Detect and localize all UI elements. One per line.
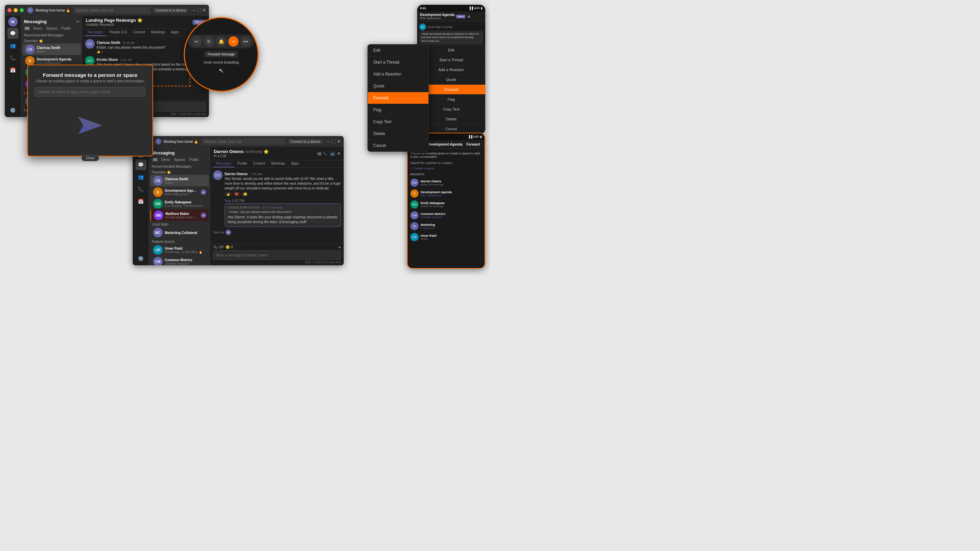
phone-status-icons-2: ▐▐ WiFi ▮: [468, 135, 482, 138]
forward-search-input[interactable]: [35, 87, 146, 97]
ctx-copy-text[interactable]: Copy Text: [368, 116, 428, 128]
settings-icon-2[interactable]: ⚙️: [135, 253, 146, 264]
phone-chat-sub: ENG deployment: [420, 17, 455, 20]
phone2-forward-button[interactable]: Forward: [465, 142, 482, 147]
screenshare-icon[interactable]: 📺: [329, 151, 336, 156]
filter-spaces[interactable]: Spaces: [45, 26, 59, 30]
recent-emily[interactable]: EN Emily Nakagawa Active 25 mins ago: [410, 199, 482, 210]
search-input[interactable]: [73, 7, 151, 14]
sidebar-item-clarissa[interactable]: CS Clarissa Smith Active: [22, 43, 81, 55]
search-input-2[interactable]: [202, 138, 285, 145]
recommended-messages-label[interactable]: Recommended Messages: [21, 32, 82, 38]
feature-launch-label-2[interactable]: Feature launch: [149, 238, 210, 244]
settings-nav-icon[interactable]: ⚙️: [8, 105, 18, 116]
sidebar-item-umar-2[interactable]: UP Umar Patel Presenting · At the office…: [150, 244, 209, 256]
sidebar-item-common-2[interactable]: CM Common Metrics Usability research: [150, 256, 209, 265]
sidebar-item-marketing-2[interactable]: MC Marketing Collateral: [150, 227, 209, 238]
filter-public-2[interactable]: Public: [188, 157, 200, 162]
ctx-quote[interactable]: Quote: [368, 80, 428, 92]
recent-darren[interactable]: DO Darren Owens Active 20 mins ago: [410, 177, 482, 188]
teams-nav-icon[interactable]: 👥: [8, 40, 18, 51]
maximize-button[interactable]: [20, 8, 24, 12]
chat-subtitle: Usability Research: [86, 23, 143, 27]
minimize-button[interactable]: [14, 8, 18, 12]
close-modal-button[interactable]: Close: [81, 155, 99, 161]
calendar-nav-icon[interactable]: 📅: [8, 65, 18, 76]
favorites-label[interactable]: Favorites ⭐: [21, 38, 82, 43]
mag-forward-btn[interactable]: ⇨: [228, 37, 239, 47]
ctx-add-reaction[interactable]: Add a Reaction: [368, 68, 428, 80]
message-input-2[interactable]: [213, 250, 341, 260]
ctx-flag[interactable]: Flag: [368, 104, 428, 116]
sidebar-item-matthew-2[interactable]: MB Matthew Baker Do Not Disturb until 16…: [150, 210, 209, 221]
mag-more-btn[interactable]: •••: [240, 37, 251, 47]
recent-marketing[interactable]: M Marketing Project 191: [410, 221, 482, 232]
video-call-icon[interactable]: 📹: [317, 151, 321, 156]
sidebar-item-dev-2[interactable]: D Development Agenda ENG Deployment ●: [150, 186, 209, 198]
chat-nav-icon[interactable]: 💬: [8, 28, 18, 39]
tab-people[interactable]: People (12): [107, 29, 130, 36]
ctx-start-thread[interactable]: Start a Thread: [368, 56, 428, 68]
mag-refresh-btn[interactable]: ↻: [204, 37, 214, 47]
calls-icon-2[interactable]: 📞: [135, 184, 146, 195]
ctx-delete[interactable]: Delete: [368, 128, 428, 140]
filter-direct-2[interactable]: Direct: [159, 157, 171, 162]
sidebar-item-clarissa-2[interactable]: CS Clarissa Smith Active: [150, 175, 209, 186]
phone-meet-button[interactable]: Meet: [456, 14, 466, 18]
tab-profile-2[interactable]: Profile: [235, 160, 250, 167]
favorites-label-2[interactable]: Favorites ⭐: [149, 169, 210, 175]
emoji-icon[interactable]: 😊: [226, 245, 230, 249]
tab-meetings[interactable]: Meetings: [148, 29, 168, 36]
chat-icon-2[interactable]: 💬: [135, 159, 146, 170]
mag-back-btn[interactable]: ↩: [192, 37, 202, 47]
connect-device-button-2[interactable]: Connect to a device: [288, 139, 323, 144]
user-avatar[interactable]: W: [8, 17, 18, 27]
create-space-option[interactable]: + Create a space: [410, 167, 482, 170]
calendar-icon-2[interactable]: 📅: [135, 196, 146, 207]
recommended-label-2[interactable]: Recommended Messages: [149, 163, 210, 169]
thumbs-up-reaction[interactable]: 👍: [224, 192, 232, 196]
filter-spaces-2[interactable]: Spaces: [172, 157, 186, 162]
audio-call-icon[interactable]: 📞: [323, 151, 328, 156]
recent-dev-agenda[interactable]: D Development Agenda ENG Deployment: [410, 188, 482, 199]
filter-direct[interactable]: Direct: [32, 26, 43, 30]
tab-apps-2[interactable]: Apps: [288, 160, 302, 167]
tab-messages-2[interactable]: Messages: [213, 160, 234, 167]
emoji-reaction[interactable]: 😊: [242, 192, 249, 196]
recent-umar[interactable]: UP Umar Patel Active: [410, 232, 482, 243]
close-button[interactable]: [8, 8, 11, 12]
teams-icon-2[interactable]: 👥: [135, 171, 146, 182]
attach-icon[interactable]: 📎: [213, 245, 217, 249]
tab-content-2[interactable]: Content: [250, 160, 268, 167]
phone-expand-icon[interactable]: ⊕: [468, 14, 470, 18]
ctx-cancel[interactable]: Cancel: [368, 140, 428, 151]
input-hint-2: Shift + Enter for a new line: [213, 260, 341, 264]
filter-all[interactable]: All: [24, 26, 30, 30]
tab-apps[interactable]: Apps: [169, 29, 182, 36]
phone-status-bar: 9:41 ▐▐ WiFi ▮: [417, 5, 485, 11]
sidebar-item-emily-2[interactable]: EN Emily Nakagawa In a meeting · Working…: [150, 198, 209, 210]
filter-all-2[interactable]: All: [152, 157, 158, 162]
calls-nav-icon[interactable]: 📞: [8, 52, 18, 63]
mag-bell-btn[interactable]: 🔔: [216, 37, 226, 47]
go-to-message-link[interactable]: Go to message: [262, 206, 283, 209]
more-options-icon[interactable]: ⊕: [337, 151, 340, 156]
gif-icon[interactable]: GIF: [218, 245, 224, 249]
new-chat-icon[interactable]: ✏: [76, 19, 80, 24]
phone2-content: Choose an existing space or create a spa…: [408, 149, 485, 268]
send-icon[interactable]: ➤: [338, 245, 341, 249]
tab-messages[interactable]: Messages: [85, 29, 106, 36]
kristin-msg-time: 8:21 AM: [121, 58, 132, 62]
filter-public[interactable]: Public: [60, 26, 72, 30]
dev-agenda-name: Development Agenda: [37, 57, 78, 61]
tab-meetings-2[interactable]: Meetings: [269, 160, 288, 167]
bold-icon[interactable]: B: [231, 245, 234, 249]
local-team-label-2[interactable]: Local team: [149, 221, 210, 227]
connect-device-button[interactable]: Connect to a device: [153, 8, 188, 13]
recent-common[interactable]: CM Common Metrics Usability research: [410, 210, 482, 221]
heart-reaction[interactable]: ❤️: [233, 192, 240, 196]
tab-content[interactable]: Content: [130, 29, 148, 36]
ctx-forward[interactable]: Forward: [368, 92, 428, 104]
you-forwarded-text: Hey Darren, it looks like your landing p…: [228, 215, 338, 224]
ctx-edit[interactable]: Edit: [368, 44, 428, 56]
